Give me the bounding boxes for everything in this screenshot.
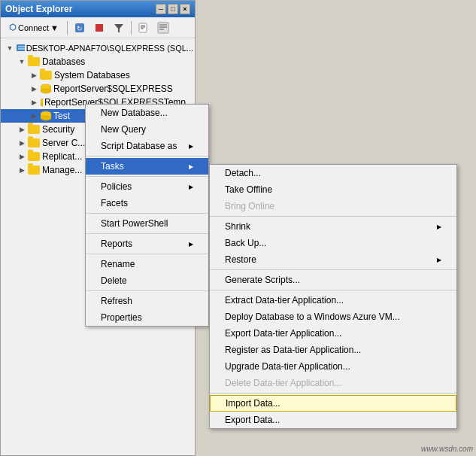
menu-item-start-powershell[interactable]: Start PowerShell — [86, 215, 208, 232]
svg-rect-12 — [17, 44, 25, 51]
menu-separator-3 — [86, 213, 208, 214]
connect-dropdown-arrow: ▼ — [50, 23, 59, 32]
minimize-button[interactable]: ─ — [156, 4, 166, 14]
replication-expand-icon: ▶ — [16, 150, 28, 163]
test-expand-icon: ▶ — [28, 110, 40, 122]
menu-item-properties[interactable]: Properties — [86, 309, 208, 326]
context-menu: New Database... New Query Script Databas… — [85, 104, 209, 327]
submenu-item-upgrade-datatier[interactable]: Upgrade Data-tier Application... — [210, 358, 456, 375]
serverc-expand-icon: ▶ — [16, 137, 28, 149]
menu-separator-2 — [86, 176, 208, 177]
submenu-item-extract-datatier[interactable]: Extract Data-tier Application... — [210, 292, 456, 309]
import-data-label: Import Data... — [226, 398, 280, 409]
reports-label: Reports — [101, 239, 132, 249]
connect-button[interactable]: ⬡ Connect ▼ — [4, 20, 64, 35]
svg-rect-13 — [18, 46, 25, 47]
filter-icon — [113, 22, 125, 34]
db-icon-1 — [40, 83, 52, 95]
menu-item-new-database[interactable]: New Database... — [86, 105, 208, 121]
server-expand-icon: ▼ — [4, 42, 16, 54]
menu-item-tasks[interactable]: Tasks ▶ — [86, 158, 208, 175]
properties-label: Properties — [101, 312, 142, 323]
svg-rect-19 — [50, 87, 51, 91]
replication-label: Replicat... — [42, 151, 82, 162]
security-expand-icon: ▶ — [16, 123, 28, 135]
submenu-item-delete-datatier: Delete Data-tier Application... — [210, 375, 456, 391]
reports-arrow: ▶ — [189, 241, 193, 248]
svg-rect-8 — [158, 23, 168, 33]
toolbar: ⬡ Connect ▼ ↻ — [1, 17, 195, 38]
menu-item-facets[interactable]: Facets — [86, 195, 208, 211]
facets-label: Facets — [101, 198, 128, 208]
titlebar: Object Explorer ─ □ × — [1, 1, 195, 17]
policies-label: Policies — [101, 181, 132, 192]
tasks-submenu: Detach... Take Offline Bring Online Shri… — [209, 164, 457, 429]
submenu-item-import-data[interactable]: Import Data... — [210, 395, 456, 412]
security-folder-icon — [28, 125, 40, 134]
system-databases-label: System Databases — [54, 70, 130, 81]
submenu-separator-2 — [210, 269, 456, 270]
svg-point-17 — [41, 89, 51, 93]
submenu-item-export-datatier[interactable]: Export Data-tier Application... — [210, 325, 456, 342]
menu-item-reports[interactable]: Reports ▶ — [86, 236, 208, 252]
refresh-label: Refresh — [101, 296, 132, 306]
backup-label: Back Up... — [225, 238, 266, 248]
submenu-item-shrink[interactable]: Shrink ▶ — [210, 218, 456, 235]
generate-scripts-label: Generate Scripts... — [225, 275, 300, 285]
take-offline-label: Take Offline — [225, 184, 272, 195]
close-button[interactable]: × — [180, 4, 190, 14]
submenu-item-backup[interactable]: Back Up... — [210, 235, 456, 251]
serverc-label: Server C... — [42, 138, 85, 148]
system-db-folder-icon — [40, 71, 52, 80]
reportserver-expand-icon: ▶ — [28, 83, 40, 95]
svg-text:↻: ↻ — [77, 25, 83, 32]
tree-item-reportserver[interactable]: ▶ ReportServer$SQLEXPRESS — [1, 82, 195, 96]
management-folder-icon — [28, 166, 40, 175]
menu-separator-5 — [86, 254, 208, 254]
menu-item-script-database[interactable]: Script Database as ▶ — [86, 138, 208, 154]
submenu-item-deploy-azure[interactable]: Deploy Database to a Windows Azure VM... — [210, 309, 456, 325]
connect-icon: ⬡ — [9, 23, 17, 32]
toolbar-icon-4[interactable] — [135, 20, 153, 36]
toolbar-icon-2[interactable] — [90, 20, 108, 36]
svg-rect-29 — [50, 114, 51, 118]
submenu-separator-4 — [210, 393, 456, 394]
tree-item-server[interactable]: ▼ DESKTOP-APNAF7O\SQLEXPRESS (SQL... — [1, 41, 195, 55]
db-icon-2 — [40, 96, 43, 108]
restore-label: Restore — [225, 254, 256, 265]
toolbar-icon-1[interactable]: ↻ — [71, 20, 89, 36]
db-icon-test — [40, 110, 52, 122]
refresh-icon: ↻ — [74, 22, 86, 34]
svg-rect-23 — [41, 100, 41, 105]
submenu-item-restore[interactable]: Restore ▶ — [210, 251, 456, 268]
submenu-item-detach[interactable]: Detach... — [210, 165, 456, 181]
export-datatier-label: Export Data-tier Application... — [225, 328, 341, 339]
security-label: Security — [42, 124, 74, 135]
rename-label: Rename — [101, 259, 135, 269]
svg-rect-4 — [139, 23, 147, 32]
submenu-item-take-offline[interactable]: Take Offline — [210, 181, 456, 198]
properties-icon — [157, 22, 169, 34]
detach-label: Detach... — [225, 168, 261, 178]
export-data-label: Export Data... — [225, 415, 280, 425]
menu-item-rename[interactable]: Rename — [86, 256, 208, 272]
submenu-item-register-datatier[interactable]: Register as Data-tier Application... — [210, 342, 456, 358]
window-title: Object Explorer — [5, 4, 72, 14]
toolbar-icon-3[interactable] — [110, 20, 128, 36]
tree-item-databases[interactable]: ▼ Databases — [1, 55, 195, 68]
menu-item-new-query[interactable]: New Query — [86, 121, 208, 138]
submenu-separator-1 — [210, 216, 456, 217]
test-label: Test — [53, 111, 70, 121]
new-database-label: New Database... — [101, 108, 168, 118]
menu-item-delete[interactable]: Delete — [86, 272, 208, 289]
reportserver-label: ReportServer$SQLEXPRESS — [53, 84, 173, 94]
menu-item-policies[interactable]: Policies ▶ — [86, 178, 208, 195]
menu-separator-1 — [86, 156, 208, 157]
submenu-item-generate-scripts[interactable]: Generate Scripts... — [210, 272, 456, 288]
tree-item-system-databases[interactable]: ▶ System Databases — [1, 68, 195, 82]
menu-item-refresh[interactable]: Refresh — [86, 293, 208, 309]
maximize-button[interactable]: □ — [168, 4, 178, 14]
toolbar-icon-5[interactable] — [154, 20, 172, 36]
submenu-item-export-data[interactable]: Export Data... — [210, 412, 456, 428]
toolbar-separator-1 — [67, 21, 68, 35]
